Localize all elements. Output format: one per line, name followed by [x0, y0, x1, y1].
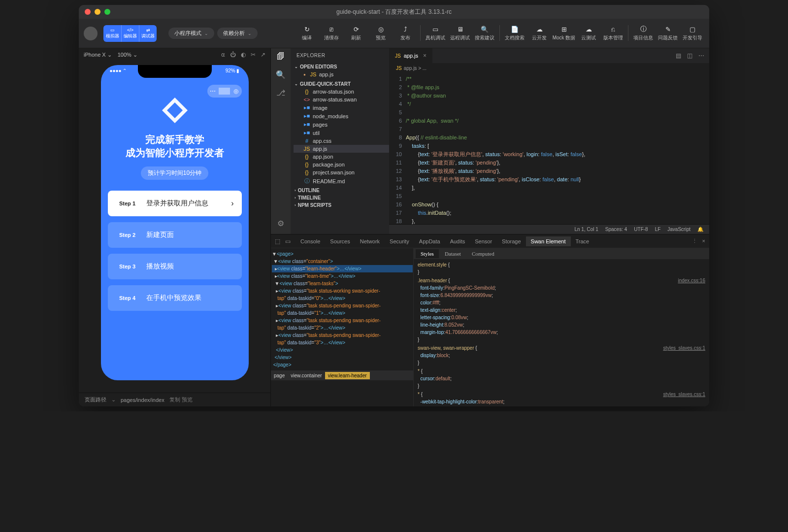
breadcrumb[interactable]: JSapp.js > ...: [389, 63, 709, 73]
debugger-toggle[interactable]: ⇄调试器: [139, 25, 157, 42]
more-icon[interactable]: ⋯: [698, 52, 704, 59]
editor-toggle[interactable]: </>编辑器: [121, 25, 139, 42]
file-tree-item[interactable]: {}package.json: [294, 161, 389, 168]
outline-section[interactable]: ›OUTLINE: [291, 187, 389, 194]
toolbar-发布[interactable]: ⤴发布: [394, 25, 417, 41]
close-icon[interactable]: ×: [702, 238, 705, 244]
style-tab-dataset[interactable]: Dataset: [440, 249, 466, 258]
step-item[interactable]: Step 1登录并获取用户信息›: [108, 191, 242, 216]
toolbar-actions: ↻编译⎚清缓存⟳刷新◎预览⤴发布▭真机调试🖥远程调试🔍搜索建议📄文档搜索☁云开发…: [295, 25, 704, 41]
panel-tab-sources[interactable]: Sources: [325, 236, 355, 246]
step-item[interactable]: Step 3播放视频: [108, 254, 242, 279]
tab-appjs[interactable]: JSapp.js×: [389, 48, 433, 63]
branch-icon[interactable]: ⎇: [276, 88, 285, 98]
file-tree-item[interactable]: ▸■node_modules: [294, 112, 389, 120]
user-icon[interactable]: ⍺: [221, 51, 225, 58]
file-icon: ⓘ: [303, 177, 310, 185]
toolbar-编译[interactable]: ↻编译: [295, 25, 319, 41]
spaces[interactable]: Spaces: 4: [605, 227, 627, 232]
panel-tab-sensor[interactable]: Sensor: [470, 236, 497, 246]
panel-tab-swan-element[interactable]: Swan Element: [526, 236, 571, 246]
step-item[interactable]: Step 4在手机中预览效果: [108, 285, 242, 311]
timeline-section[interactable]: ›TIMELINE: [291, 194, 389, 201]
panel-tab-appdata[interactable]: AppData: [414, 236, 445, 246]
panel-tab-storage[interactable]: Storage: [497, 236, 526, 246]
phone-capsule[interactable]: ⋯◎: [207, 85, 242, 98]
split-icon[interactable]: ▤: [676, 52, 681, 59]
cut-icon[interactable]: ✂: [251, 51, 256, 58]
open-editor-item[interactable]: JSapp.js: [294, 70, 389, 78]
toolbar-项目信息[interactable]: ⓘ项目信息: [631, 25, 655, 41]
file-tree-item[interactable]: <>arrow-status.swan: [294, 96, 389, 103]
dependency-analysis[interactable]: 依赖分析⌄: [217, 28, 258, 39]
device-select[interactable]: iPhone X ⌄: [84, 52, 112, 58]
avatar[interactable]: [84, 27, 98, 40]
step-item[interactable]: Step 2新建页面: [108, 222, 242, 248]
code-editor[interactable]: 12345678910111213141516171819202122 /** …: [389, 73, 709, 224]
more-icon[interactable]: ⋮: [692, 238, 697, 244]
file-tree-item[interactable]: JSapp.js: [294, 145, 389, 153]
panel-tab-console[interactable]: Console: [296, 236, 325, 246]
toolbar-icon: 📄: [511, 25, 519, 33]
toolbar-预览[interactable]: ◎预览: [369, 25, 393, 41]
menu-icon[interactable]: ⋯: [207, 88, 219, 95]
file-tree-item[interactable]: ⓘREADME.md: [294, 176, 389, 186]
zoom-select[interactable]: 100% ⌄: [118, 52, 137, 58]
toolbar-文档搜索[interactable]: 📄文档搜索: [503, 25, 526, 41]
encoding[interactable]: UTF-8: [634, 227, 648, 232]
toolbar-清缓存[interactable]: ⎚清缓存: [320, 25, 343, 41]
styles-body[interactable]: element.style {}.learn-header {index.css…: [414, 259, 709, 406]
toolbar-云测试[interactable]: ☁云测试: [577, 25, 600, 41]
panel-tab-network[interactable]: Network: [355, 236, 385, 246]
panel-tab-audits[interactable]: Audits: [445, 236, 470, 246]
eol[interactable]: LF: [655, 227, 661, 232]
dom-crumb[interactable]: view.container: [288, 372, 325, 379]
sound-icon[interactable]: ⏻: [230, 51, 236, 58]
toolbar-开发引导[interactable]: ▢开发引导: [681, 25, 704, 41]
gear-icon[interactable]: ⚙: [277, 219, 284, 228]
rotate-icon[interactable]: ◐: [241, 51, 246, 58]
more-icon[interactable]: ↗: [261, 51, 265, 58]
cursor-pos[interactable]: Ln 1, Col 1: [574, 227, 598, 232]
simulator-toggle[interactable]: ▭模拟器: [103, 25, 121, 42]
panel-tab-trace[interactable]: Trace: [571, 236, 594, 246]
open-editors-section[interactable]: ⌄OPEN EDITORS: [291, 63, 389, 70]
toolbar-刷新[interactable]: ⟳刷新: [344, 25, 368, 41]
npm-section[interactable]: ›NPM SCRIPTS: [291, 201, 389, 209]
layout-icon[interactable]: ◫: [687, 52, 692, 59]
close-icon[interactable]: ×: [423, 52, 427, 59]
style-tab-styles[interactable]: Styles: [416, 249, 439, 258]
toolbar-远程调试[interactable]: 🖥远程调试: [448, 25, 472, 41]
toolbar-版本管理[interactable]: ⎌版本管理: [601, 25, 625, 41]
page-path-actions[interactable]: 复制 预览: [169, 396, 193, 403]
toolbar-云开发[interactable]: ☁云开发: [527, 25, 551, 41]
dom-crumb[interactable]: view.learn-header: [325, 372, 370, 379]
panel-tab-security[interactable]: Security: [385, 236, 414, 246]
file-tree-item[interactable]: #app.css: [294, 137, 389, 145]
toolbar-问题反馈[interactable]: ✎问题反馈: [656, 25, 680, 41]
dom-crumb[interactable]: page: [271, 372, 288, 379]
mode-select[interactable]: 小程序模式⌄: [168, 28, 214, 39]
close-target-icon[interactable]: ◎: [230, 88, 241, 95]
style-tab-computed[interactable]: Computed: [467, 249, 499, 258]
toolbar-搜索建议[interactable]: 🔍搜索建议: [473, 25, 496, 41]
lang[interactable]: JavaScript: [667, 227, 690, 232]
file-tree-item[interactable]: {}app.json: [294, 153, 389, 161]
files-icon[interactable]: 🗐: [277, 52, 285, 61]
search-icon[interactable]: 🔍: [276, 70, 286, 79]
toolbar-真机调试[interactable]: ▭真机调试: [424, 25, 447, 41]
file-tree-item[interactable]: ▸■pages: [294, 120, 389, 129]
device-icon[interactable]: ▭: [285, 238, 291, 245]
dom-path[interactable]: pageview.containerview.learn-header: [271, 370, 413, 380]
file-tree-item[interactable]: ▸■util: [294, 129, 389, 137]
project-section[interactable]: ⌄GUIDE-QUICK-START: [291, 80, 389, 88]
dom-tree[interactable]: ▼<page> ▼<view class="container"> ▸<view…: [271, 248, 414, 370]
file-tree-item[interactable]: ▸■image: [294, 103, 389, 112]
file-icon: JS: [303, 146, 310, 152]
toolbar-Mock 数据[interactable]: ⊞Mock 数据: [552, 25, 576, 41]
file-tree-item[interactable]: {}arrow-status.json: [294, 88, 389, 96]
bell-icon[interactable]: 🔔: [697, 227, 703, 232]
inspect-icon[interactable]: ⬚: [275, 238, 280, 245]
page-path-value[interactable]: pages/index/index: [121, 397, 164, 403]
file-tree-item[interactable]: {}project.swan.json: [294, 168, 389, 176]
